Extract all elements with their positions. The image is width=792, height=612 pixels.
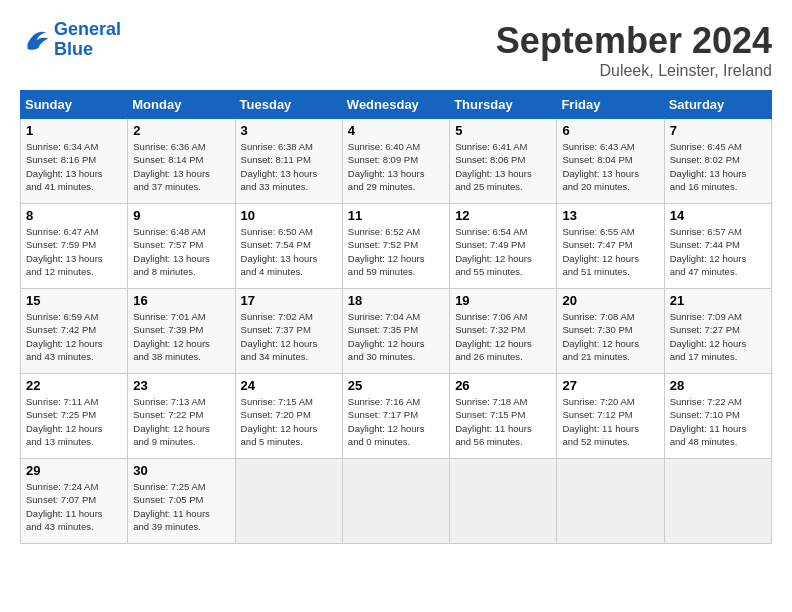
day-info: Sunrise: 6:47 AM Sunset: 7:59 PM Dayligh… [26,225,122,278]
calendar-cell [235,459,342,544]
day-number: 17 [241,293,337,308]
calendar-cell: 25Sunrise: 7:16 AM Sunset: 7:17 PM Dayli… [342,374,449,459]
calendar-cell: 3Sunrise: 6:38 AM Sunset: 8:11 PM Daylig… [235,119,342,204]
day-info: Sunrise: 6:57 AM Sunset: 7:44 PM Dayligh… [670,225,766,278]
title-section: September 2024 Duleek, Leinster, Ireland [496,20,772,80]
day-info: Sunrise: 7:06 AM Sunset: 7:32 PM Dayligh… [455,310,551,363]
day-info: Sunrise: 6:40 AM Sunset: 8:09 PM Dayligh… [348,140,444,193]
day-info: Sunrise: 6:59 AM Sunset: 7:42 PM Dayligh… [26,310,122,363]
day-number: 19 [455,293,551,308]
calendar-cell: 17Sunrise: 7:02 AM Sunset: 7:37 PM Dayli… [235,289,342,374]
day-info: Sunrise: 7:15 AM Sunset: 7:20 PM Dayligh… [241,395,337,448]
day-number: 13 [562,208,658,223]
day-number: 1 [26,123,122,138]
day-number: 5 [455,123,551,138]
calendar-cell [342,459,449,544]
day-info: Sunrise: 7:11 AM Sunset: 7:25 PM Dayligh… [26,395,122,448]
day-info: Sunrise: 7:08 AM Sunset: 7:30 PM Dayligh… [562,310,658,363]
logo-text-blue: Blue [54,40,121,60]
day-number: 16 [133,293,229,308]
calendar-cell: 13Sunrise: 6:55 AM Sunset: 7:47 PM Dayli… [557,204,664,289]
day-number: 7 [670,123,766,138]
day-info: Sunrise: 7:22 AM Sunset: 7:10 PM Dayligh… [670,395,766,448]
calendar-cell: 12Sunrise: 6:54 AM Sunset: 7:49 PM Dayli… [450,204,557,289]
logo: General Blue [20,20,121,60]
calendar-cell: 20Sunrise: 7:08 AM Sunset: 7:30 PM Dayli… [557,289,664,374]
day-number: 9 [133,208,229,223]
day-info: Sunrise: 7:24 AM Sunset: 7:07 PM Dayligh… [26,480,122,533]
day-info: Sunrise: 7:18 AM Sunset: 7:15 PM Dayligh… [455,395,551,448]
day-info: Sunrise: 6:41 AM Sunset: 8:06 PM Dayligh… [455,140,551,193]
calendar-cell: 14Sunrise: 6:57 AM Sunset: 7:44 PM Dayli… [664,204,771,289]
day-number: 22 [26,378,122,393]
day-number: 29 [26,463,122,478]
day-info: Sunrise: 6:48 AM Sunset: 7:57 PM Dayligh… [133,225,229,278]
calendar-cell: 10Sunrise: 6:50 AM Sunset: 7:54 PM Dayli… [235,204,342,289]
calendar-cell: 1Sunrise: 6:34 AM Sunset: 8:16 PM Daylig… [21,119,128,204]
day-info: Sunrise: 6:54 AM Sunset: 7:49 PM Dayligh… [455,225,551,278]
calendar-cell: 9Sunrise: 6:48 AM Sunset: 7:57 PM Daylig… [128,204,235,289]
day-info: Sunrise: 7:20 AM Sunset: 7:12 PM Dayligh… [562,395,658,448]
day-number: 3 [241,123,337,138]
calendar-cell [664,459,771,544]
header-tuesday: Tuesday [235,91,342,119]
calendar-cell: 21Sunrise: 7:09 AM Sunset: 7:27 PM Dayli… [664,289,771,374]
day-number: 4 [348,123,444,138]
day-info: Sunrise: 6:50 AM Sunset: 7:54 PM Dayligh… [241,225,337,278]
day-info: Sunrise: 7:25 AM Sunset: 7:05 PM Dayligh… [133,480,229,533]
calendar-cell: 5Sunrise: 6:41 AM Sunset: 8:06 PM Daylig… [450,119,557,204]
calendar-week-row: 29Sunrise: 7:24 AM Sunset: 7:07 PM Dayli… [21,459,772,544]
calendar-cell: 22Sunrise: 7:11 AM Sunset: 7:25 PM Dayli… [21,374,128,459]
calendar-cell: 29Sunrise: 7:24 AM Sunset: 7:07 PM Dayli… [21,459,128,544]
calendar-cell: 6Sunrise: 6:43 AM Sunset: 8:04 PM Daylig… [557,119,664,204]
calendar-cell: 28Sunrise: 7:22 AM Sunset: 7:10 PM Dayli… [664,374,771,459]
day-info: Sunrise: 7:02 AM Sunset: 7:37 PM Dayligh… [241,310,337,363]
day-number: 26 [455,378,551,393]
day-number: 27 [562,378,658,393]
day-info: Sunrise: 6:38 AM Sunset: 8:11 PM Dayligh… [241,140,337,193]
day-number: 18 [348,293,444,308]
day-info: Sunrise: 7:04 AM Sunset: 7:35 PM Dayligh… [348,310,444,363]
calendar-cell: 18Sunrise: 7:04 AM Sunset: 7:35 PM Dayli… [342,289,449,374]
page-header: General Blue September 2024 Duleek, Lein… [20,20,772,80]
calendar-cell: 2Sunrise: 6:36 AM Sunset: 8:14 PM Daylig… [128,119,235,204]
calendar-cell [557,459,664,544]
calendar-cell: 30Sunrise: 7:25 AM Sunset: 7:05 PM Dayli… [128,459,235,544]
day-number: 30 [133,463,229,478]
calendar-week-row: 1Sunrise: 6:34 AM Sunset: 8:16 PM Daylig… [21,119,772,204]
calendar-cell: 11Sunrise: 6:52 AM Sunset: 7:52 PM Dayli… [342,204,449,289]
day-number: 10 [241,208,337,223]
day-number: 8 [26,208,122,223]
day-info: Sunrise: 7:09 AM Sunset: 7:27 PM Dayligh… [670,310,766,363]
calendar-cell: 8Sunrise: 6:47 AM Sunset: 7:59 PM Daylig… [21,204,128,289]
header-sunday: Sunday [21,91,128,119]
calendar-cell: 15Sunrise: 6:59 AM Sunset: 7:42 PM Dayli… [21,289,128,374]
day-info: Sunrise: 6:43 AM Sunset: 8:04 PM Dayligh… [562,140,658,193]
calendar-cell: 24Sunrise: 7:15 AM Sunset: 7:20 PM Dayli… [235,374,342,459]
day-number: 23 [133,378,229,393]
day-info: Sunrise: 7:16 AM Sunset: 7:17 PM Dayligh… [348,395,444,448]
day-info: Sunrise: 6:52 AM Sunset: 7:52 PM Dayligh… [348,225,444,278]
calendar-cell: 19Sunrise: 7:06 AM Sunset: 7:32 PM Dayli… [450,289,557,374]
day-info: Sunrise: 6:34 AM Sunset: 8:16 PM Dayligh… [26,140,122,193]
header-friday: Friday [557,91,664,119]
header-wednesday: Wednesday [342,91,449,119]
calendar-table: Sunday Monday Tuesday Wednesday Thursday… [20,90,772,544]
day-number: 20 [562,293,658,308]
logo-text: General [54,20,121,40]
header-monday: Monday [128,91,235,119]
day-number: 28 [670,378,766,393]
day-info: Sunrise: 6:36 AM Sunset: 8:14 PM Dayligh… [133,140,229,193]
day-number: 2 [133,123,229,138]
day-number: 15 [26,293,122,308]
day-number: 25 [348,378,444,393]
calendar-week-row: 15Sunrise: 6:59 AM Sunset: 7:42 PM Dayli… [21,289,772,374]
day-number: 11 [348,208,444,223]
calendar-week-row: 22Sunrise: 7:11 AM Sunset: 7:25 PM Dayli… [21,374,772,459]
weekday-header-row: Sunday Monday Tuesday Wednesday Thursday… [21,91,772,119]
day-info: Sunrise: 6:55 AM Sunset: 7:47 PM Dayligh… [562,225,658,278]
day-number: 6 [562,123,658,138]
day-number: 24 [241,378,337,393]
calendar-cell: 7Sunrise: 6:45 AM Sunset: 8:02 PM Daylig… [664,119,771,204]
logo-icon [20,25,50,55]
